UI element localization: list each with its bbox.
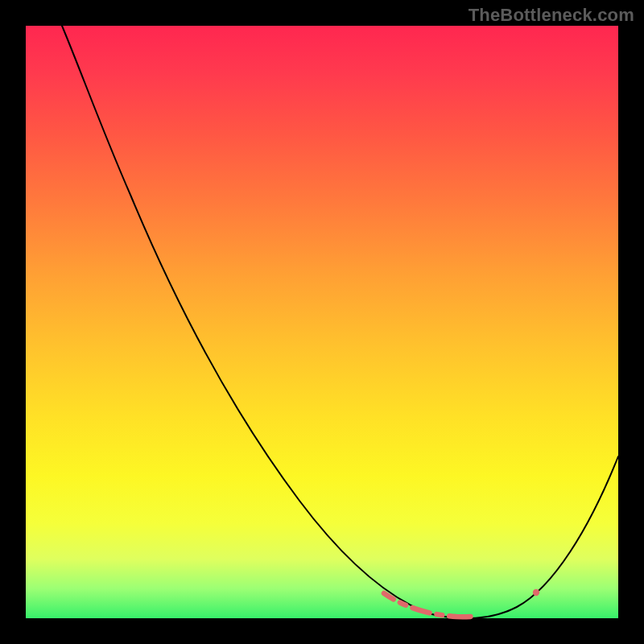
optimal-zone-marker-dot: [533, 589, 539, 596]
plot-area: [26, 26, 618, 618]
curve-line: [62, 26, 618, 618]
bottleneck-curve: [26, 26, 618, 618]
chart-container: TheBottleneck.com: [0, 0, 644, 644]
optimal-zone-markers-left: [384, 593, 518, 617]
watermark-text: TheBottleneck.com: [469, 5, 634, 26]
